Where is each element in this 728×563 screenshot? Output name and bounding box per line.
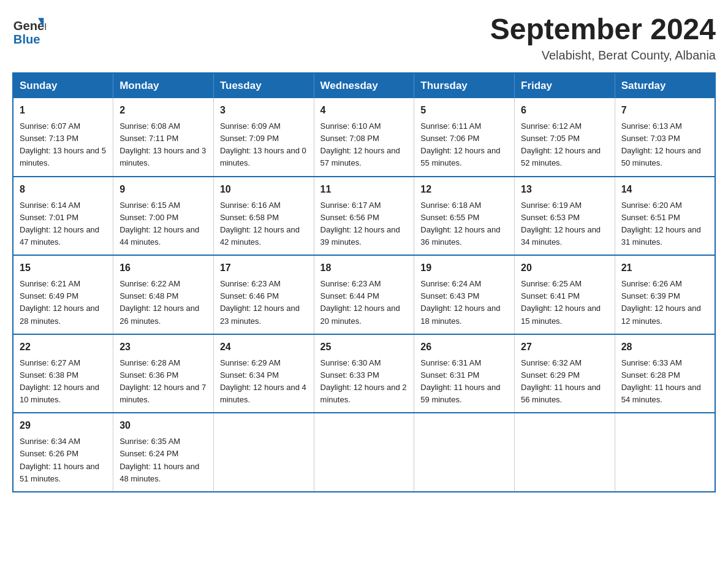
day-number: 28	[621, 340, 708, 354]
day-number: 9	[119, 182, 207, 197]
calendar-day-cell: 24Sunrise: 6:29 AMSunset: 6:34 PMDayligh…	[213, 334, 314, 413]
logo: General Blue	[12, 12, 46, 46]
weekday-header-sunday: Sunday	[13, 73, 113, 98]
calendar-empty-cell	[615, 413, 715, 492]
calendar-day-cell: 5Sunrise: 6:11 AMSunset: 7:06 PMDaylight…	[414, 98, 515, 177]
calendar-day-cell: 30Sunrise: 6:35 AMSunset: 6:24 PMDayligh…	[113, 413, 214, 492]
calendar-day-cell: 16Sunrise: 6:22 AMSunset: 6:48 PMDayligh…	[113, 255, 214, 334]
calendar-week-row: 1Sunrise: 6:07 AMSunset: 7:13 PMDaylight…	[13, 98, 715, 177]
day-number: 5	[420, 103, 508, 118]
calendar-day-cell: 9Sunrise: 6:15 AMSunset: 7:00 PMDaylight…	[113, 177, 214, 256]
day-info: Sunrise: 6:24 AMSunset: 6:43 PMDaylight:…	[420, 278, 508, 327]
calendar-day-cell: 14Sunrise: 6:20 AMSunset: 6:51 PMDayligh…	[615, 177, 715, 256]
calendar-empty-cell	[314, 413, 414, 492]
svg-text:Blue: Blue	[13, 33, 40, 46]
day-number: 22	[20, 340, 107, 354]
day-info: Sunrise: 6:13 AMSunset: 7:03 PMDaylight:…	[621, 120, 708, 170]
calendar-day-cell: 22Sunrise: 6:27 AMSunset: 6:38 PMDayligh…	[13, 334, 113, 413]
weekday-header-wednesday: Wednesday	[314, 73, 414, 98]
day-number: 16	[119, 261, 207, 275]
day-info: Sunrise: 6:29 AMSunset: 6:34 PMDaylight:…	[220, 357, 308, 407]
calendar-day-cell: 25Sunrise: 6:30 AMSunset: 6:33 PMDayligh…	[314, 334, 414, 413]
calendar-day-cell: 26Sunrise: 6:31 AMSunset: 6:31 PMDayligh…	[414, 334, 515, 413]
day-number: 7	[621, 103, 708, 118]
day-number: 26	[420, 340, 508, 354]
calendar-day-cell: 17Sunrise: 6:23 AMSunset: 6:46 PMDayligh…	[213, 255, 314, 334]
calendar-day-cell: 15Sunrise: 6:21 AMSunset: 6:49 PMDayligh…	[13, 255, 113, 334]
calendar-day-cell: 6Sunrise: 6:12 AMSunset: 7:05 PMDaylight…	[515, 98, 615, 177]
day-info: Sunrise: 6:10 AMSunset: 7:08 PMDaylight:…	[320, 120, 408, 170]
day-number: 29	[20, 418, 107, 433]
day-number: 3	[220, 103, 308, 118]
day-info: Sunrise: 6:30 AMSunset: 6:33 PMDaylight:…	[320, 357, 408, 407]
calendar-day-cell: 4Sunrise: 6:10 AMSunset: 7:08 PMDaylight…	[314, 98, 414, 177]
calendar-day-cell: 27Sunrise: 6:32 AMSunset: 6:29 PMDayligh…	[515, 334, 615, 413]
day-info: Sunrise: 6:34 AMSunset: 6:26 PMDaylight:…	[20, 435, 107, 485]
logo-icon: General Blue	[12, 12, 46, 46]
day-number: 6	[521, 103, 609, 118]
day-info: Sunrise: 6:16 AMSunset: 6:58 PMDaylight:…	[220, 199, 308, 249]
day-info: Sunrise: 6:32 AMSunset: 6:29 PMDaylight:…	[521, 357, 609, 407]
calendar-empty-cell	[213, 413, 314, 492]
weekday-header-saturday: Saturday	[615, 73, 715, 98]
day-info: Sunrise: 6:09 AMSunset: 7:09 PMDaylight:…	[220, 120, 308, 170]
day-info: Sunrise: 6:26 AMSunset: 6:39 PMDaylight:…	[621, 278, 708, 327]
calendar-day-cell: 8Sunrise: 6:14 AMSunset: 7:01 PMDaylight…	[13, 177, 113, 256]
calendar-day-cell: 2Sunrise: 6:08 AMSunset: 7:11 PMDaylight…	[113, 98, 214, 177]
day-info: Sunrise: 6:12 AMSunset: 7:05 PMDaylight:…	[521, 120, 609, 170]
day-number: 25	[320, 340, 408, 354]
day-number: 19	[420, 261, 508, 275]
day-info: Sunrise: 6:11 AMSunset: 7:06 PMDaylight:…	[420, 120, 508, 170]
day-number: 17	[220, 261, 308, 275]
day-number: 11	[320, 182, 408, 197]
calendar-day-cell: 29Sunrise: 6:34 AMSunset: 6:26 PMDayligh…	[13, 413, 113, 492]
day-number: 1	[20, 103, 107, 118]
month-year-title: September 2024	[490, 12, 716, 46]
day-info: Sunrise: 6:28 AMSunset: 6:36 PMDaylight:…	[119, 357, 207, 407]
day-info: Sunrise: 6:33 AMSunset: 6:28 PMDaylight:…	[621, 357, 708, 407]
day-info: Sunrise: 6:23 AMSunset: 6:46 PMDaylight:…	[220, 278, 308, 327]
title-area: September 2024 Velabisht, Berat County, …	[490, 12, 716, 63]
day-info: Sunrise: 6:23 AMSunset: 6:44 PMDaylight:…	[320, 278, 408, 327]
calendar-week-row: 22Sunrise: 6:27 AMSunset: 6:38 PMDayligh…	[13, 334, 715, 413]
calendar-day-cell: 11Sunrise: 6:17 AMSunset: 6:56 PMDayligh…	[314, 177, 414, 256]
day-number: 8	[20, 182, 107, 197]
calendar-day-cell: 20Sunrise: 6:25 AMSunset: 6:41 PMDayligh…	[515, 255, 615, 334]
day-info: Sunrise: 6:27 AMSunset: 6:38 PMDaylight:…	[20, 357, 107, 407]
day-number: 21	[621, 261, 708, 275]
day-info: Sunrise: 6:31 AMSunset: 6:31 PMDaylight:…	[420, 357, 508, 407]
day-info: Sunrise: 6:07 AMSunset: 7:13 PMDaylight:…	[20, 120, 107, 170]
calendar-day-cell: 12Sunrise: 6:18 AMSunset: 6:55 PMDayligh…	[414, 177, 515, 256]
calendar-day-cell: 21Sunrise: 6:26 AMSunset: 6:39 PMDayligh…	[615, 255, 715, 334]
calendar-day-cell: 7Sunrise: 6:13 AMSunset: 7:03 PMDaylight…	[615, 98, 715, 177]
day-info: Sunrise: 6:35 AMSunset: 6:24 PMDaylight:…	[119, 435, 207, 485]
day-number: 18	[320, 261, 408, 275]
day-info: Sunrise: 6:21 AMSunset: 6:49 PMDaylight:…	[20, 278, 107, 327]
weekday-header-monday: Monday	[113, 73, 214, 98]
weekday-header-row: SundayMondayTuesdayWednesdayThursdayFrid…	[13, 73, 715, 98]
day-number: 4	[320, 103, 408, 118]
day-number: 10	[220, 182, 308, 197]
weekday-header-thursday: Thursday	[414, 73, 515, 98]
calendar-day-cell: 19Sunrise: 6:24 AMSunset: 6:43 PMDayligh…	[414, 255, 515, 334]
location-subtitle: Velabisht, Berat County, Albania	[490, 48, 716, 63]
calendar-empty-cell	[515, 413, 615, 492]
day-number: 20	[521, 261, 609, 275]
calendar-table: SundayMondayTuesdayWednesdayThursdayFrid…	[12, 72, 716, 492]
weekday-header-tuesday: Tuesday	[213, 73, 314, 98]
calendar-day-cell: 3Sunrise: 6:09 AMSunset: 7:09 PMDaylight…	[213, 98, 314, 177]
calendar-day-cell: 13Sunrise: 6:19 AMSunset: 6:53 PMDayligh…	[515, 177, 615, 256]
day-number: 24	[220, 340, 308, 354]
calendar-day-cell: 18Sunrise: 6:23 AMSunset: 6:44 PMDayligh…	[314, 255, 414, 334]
calendar-week-row: 29Sunrise: 6:34 AMSunset: 6:26 PMDayligh…	[13, 413, 715, 492]
day-number: 2	[119, 103, 207, 118]
day-info: Sunrise: 6:14 AMSunset: 7:01 PMDaylight:…	[20, 199, 107, 249]
day-info: Sunrise: 6:22 AMSunset: 6:48 PMDaylight:…	[119, 278, 207, 327]
calendar-week-row: 15Sunrise: 6:21 AMSunset: 6:49 PMDayligh…	[13, 255, 715, 334]
day-info: Sunrise: 6:08 AMSunset: 7:11 PMDaylight:…	[119, 120, 207, 170]
calendar-day-cell: 23Sunrise: 6:28 AMSunset: 6:36 PMDayligh…	[113, 334, 214, 413]
day-number: 30	[119, 418, 207, 433]
day-number: 14	[621, 182, 708, 197]
calendar-day-cell: 1Sunrise: 6:07 AMSunset: 7:13 PMDaylight…	[13, 98, 113, 177]
day-info: Sunrise: 6:18 AMSunset: 6:55 PMDaylight:…	[420, 199, 508, 249]
